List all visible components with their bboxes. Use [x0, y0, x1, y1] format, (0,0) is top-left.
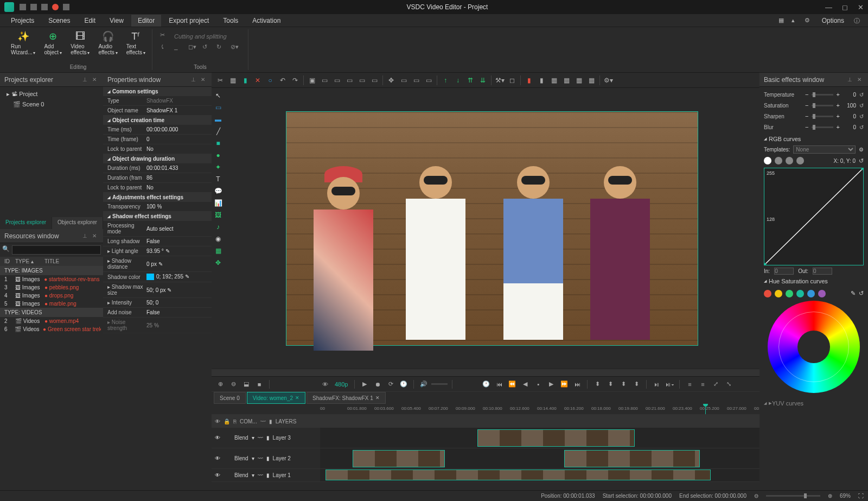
tree-scene[interactable]: 🎬 Scene 0 — [2, 99, 101, 110]
remove-icon[interactable]: ⊖ — [228, 379, 239, 390]
ff-icon[interactable]: ⏩ — [559, 379, 570, 390]
stop-icon[interactable]: ▪ — [533, 379, 544, 390]
menu-activation[interactable]: Activation — [246, 15, 287, 27]
prop-row[interactable]: Time (frame)0 — [103, 135, 212, 144]
clip[interactable] — [353, 450, 445, 467]
channel-dot[interactable] — [764, 157, 771, 164]
skip-end-icon[interactable]: ⏭ — [572, 379, 583, 390]
redo-icon[interactable]: ↷ — [290, 75, 301, 86]
step-icon[interactable]: ⏯▾ — [664, 379, 675, 390]
close-icon[interactable]: ✕ — [92, 77, 99, 83]
layer-icon[interactable]: ▦ — [586, 75, 597, 86]
prop-row[interactable]: Processing modeAuto select — [103, 221, 212, 237]
music-icon[interactable]: ♪ — [213, 221, 224, 232]
list-item[interactable]: 4🖼 Images● drops.png — [0, 291, 103, 300]
track-body[interactable] — [320, 448, 760, 468]
out-input[interactable] — [813, 268, 832, 275]
list-item[interactable]: 6🎬 Videos● Green screen star trek — [0, 325, 103, 333]
prop-row[interactable]: Lock to parentNo — [103, 144, 212, 154]
tool-icon[interactable]: ◻ — [507, 75, 518, 86]
track-body[interactable] — [320, 428, 760, 448]
pin-icon[interactable]: ⊥ — [82, 77, 89, 83]
search-icon[interactable]: 🔍 — [2, 245, 10, 255]
zoom-slider[interactable] — [766, 495, 820, 497]
rewind-icon[interactable]: ⏪ — [507, 379, 518, 390]
list-item[interactable]: 2🎬 Videos● women.mp4 — [0, 317, 103, 325]
timeline-tab[interactable]: ShadowFX: ShadowFX 1✕ — [307, 392, 386, 404]
prop-row[interactable]: Time (ms)00:00:00.000 — [103, 125, 212, 135]
close-icon[interactable]: ✕ — [858, 3, 864, 11]
combo-icon[interactable]: ⎘ — [233, 418, 237, 424]
arrow-up-icon[interactable]: ↑ — [440, 75, 451, 86]
col-title[interactable]: TITLE — [42, 258, 61, 264]
list-item[interactable]: 3🖼 Images● pebbles.png — [0, 283, 103, 291]
calendar-icon[interactable]: ▦ — [213, 245, 224, 256]
plus-icon[interactable]: ▮ — [240, 75, 251, 86]
image-icon[interactable]: 🖼 — [213, 210, 224, 220]
clip[interactable] — [564, 450, 700, 467]
circle-icon[interactable]: ○ — [265, 75, 276, 86]
rotate-ccw-icon[interactable]: ↺ — [202, 43, 212, 53]
layer-icon[interactable]: ▦ — [573, 75, 584, 86]
cut-icon[interactable]: ✂ — [160, 31, 170, 41]
align-icon[interactable]: ≡ — [697, 379, 708, 390]
playhead[interactable] — [705, 404, 706, 414]
prop-section[interactable]: Adjustments effect settings — [103, 193, 212, 202]
tool-icon[interactable]: ⎯ — [174, 43, 184, 53]
reset-icon[interactable]: ↺ — [859, 124, 864, 130]
qa-icon[interactable] — [63, 4, 69, 10]
templates-select[interactable]: None — [793, 145, 856, 154]
run-wizard-button[interactable]: ✨ RunWizard...▾ — [8, 29, 39, 56]
fit-icon[interactable]: ⬓ — [241, 379, 252, 390]
channel-dot[interactable] — [775, 157, 782, 164]
clock-icon[interactable]: 🕐 — [398, 379, 409, 390]
in-input[interactable] — [774, 268, 794, 275]
settings-icon[interactable]: ⚙ — [859, 147, 864, 153]
clip[interactable] — [326, 470, 711, 480]
line-icon[interactable]: ╱ — [213, 126, 224, 137]
hue-dot[interactable] — [807, 290, 815, 297]
undo-icon[interactable]: ↶ — [277, 75, 288, 86]
reset-icon[interactable]: ↺ — [859, 290, 864, 297]
align-icon[interactable]: ▭ — [411, 75, 422, 86]
qa-icon[interactable] — [30, 4, 37, 10]
rect-icon[interactable]: ▭ — [213, 102, 224, 113]
zoom-out-icon[interactable]: ⊖ — [754, 493, 758, 499]
menu-edit[interactable]: Edit — [78, 15, 102, 27]
list-item[interactable]: 5🖼 Images● marble.png — [0, 300, 103, 308]
prop-row[interactable]: Object nameShadowFX 1 — [103, 106, 212, 116]
layer-icon[interactable]: ▮ — [524, 75, 534, 86]
up-icon[interactable]: ▴ — [792, 17, 799, 24]
arrow-down-icon[interactable]: ↓ — [452, 75, 463, 86]
prop-row[interactable]: Duration (ms)00:00:01.433 — [103, 163, 212, 173]
prop-row[interactable]: Long shadowFalse — [103, 237, 212, 246]
step-icon[interactable]: ⏯ — [651, 379, 662, 390]
layer-icon[interactable]: ▮ — [536, 75, 547, 86]
project-tree[interactable]: ▸ 📽 Project 🎬 Scene 0 — [0, 87, 103, 217]
tab-projects-explorer[interactable]: Projects explorer — [0, 217, 52, 229]
marker-icon[interactable]: ⬍ — [618, 379, 629, 390]
prop-row[interactable]: TypeShadowFX — [103, 96, 212, 106]
hue-dot[interactable] — [786, 290, 793, 297]
move-icon[interactable]: ✥ — [213, 257, 224, 268]
eye-icon[interactable]: 👁 — [215, 472, 220, 478]
rgb-curves-section[interactable]: RGB curves — [764, 132, 864, 145]
arrow-down-icon[interactable]: ⇊ — [477, 75, 488, 86]
anim-icon[interactable]: ◉ — [213, 233, 224, 244]
reset-icon[interactable]: ↺ — [859, 92, 864, 98]
menu-projects[interactable]: Projects — [4, 15, 41, 27]
chart-icon[interactable]: 📊 — [213, 198, 224, 208]
rect-icon[interactable]: ▬ — [213, 114, 224, 125]
lock-icon[interactable]: 🔒 — [224, 418, 230, 424]
prev-icon[interactable]: ◀ — [520, 379, 531, 390]
prop-section[interactable]: Shadow effect settings — [103, 212, 212, 221]
volume-icon[interactable]: 🔊 — [418, 379, 429, 390]
menu-tools[interactable]: Tools — [216, 15, 245, 27]
hue-dot[interactable] — [818, 290, 826, 297]
wave-icon[interactable]: 〰 — [260, 418, 266, 424]
record-icon[interactable]: ■ — [254, 379, 265, 390]
scissors-icon[interactable]: ✂ — [215, 75, 226, 86]
record-icon[interactable] — [52, 4, 59, 10]
prop-row[interactable]: ▸ Shadow distance0 px ✎ — [103, 256, 212, 272]
preview-canvas[interactable] — [286, 111, 698, 346]
